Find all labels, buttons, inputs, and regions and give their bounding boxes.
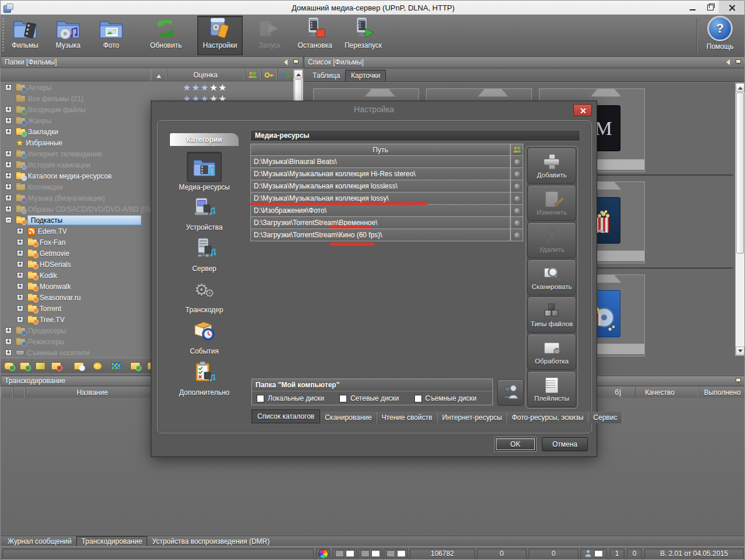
tab-dmr-devices[interactable]: Устройства воспроизведения (DMR) (147, 537, 274, 546)
expand-icon[interactable]: + (17, 239, 23, 245)
path-row[interactable]: D:\Музыка\Музыкальная коллекция lossless… (250, 180, 523, 192)
expand-icon[interactable]: + (5, 349, 12, 356)
path-column-header[interactable]: Путь (250, 144, 510, 156)
tree-item-actors[interactable]: +Актеры (1, 82, 303, 93)
category-devices[interactable]: Устройства (164, 193, 245, 234)
scroll-up-arrow[interactable] (294, 70, 303, 79)
processing-button[interactable]: ⚙Обработка (527, 334, 576, 370)
tab-internet-resources[interactable]: Интернет-ресурсы (438, 412, 508, 423)
expand-icon[interactable]: + (5, 206, 12, 212)
expand-icon[interactable]: + (17, 272, 23, 279)
column-name[interactable]: Название (24, 387, 160, 398)
pin-icon[interactable] (292, 59, 299, 66)
scan-button[interactable]: Сканировать (527, 259, 576, 295)
pin-icon[interactable] (735, 377, 742, 384)
path-row[interactable]: D:\Музыка\Музыкальная коллекция Hi-Res s… (250, 168, 523, 180)
users-column[interactable] (244, 69, 261, 81)
tab-table[interactable]: Таблица (307, 70, 345, 81)
weather-icon[interactable] (93, 362, 102, 370)
expand-icon[interactable]: + (5, 195, 12, 201)
expand-icon[interactable]: + (5, 162, 12, 168)
toolbar-music-button[interactable]: Музыка (48, 16, 88, 55)
cloud-folder-icon[interactable] (74, 362, 84, 370)
tab-cards[interactable]: Карточки (345, 70, 386, 81)
expand-icon[interactable]: + (5, 151, 12, 157)
column-blank1[interactable] (1, 387, 13, 398)
toolbar-photo-button[interactable]: Фото (91, 16, 131, 55)
category-events[interactable]: События (164, 317, 245, 358)
checkbox-icon[interactable] (414, 395, 422, 402)
checkbox-network-disks[interactable]: Сетевые диски (339, 394, 399, 402)
cancel-button[interactable]: Отмена (542, 437, 588, 451)
tab-photo-thumbnails[interactable]: Фото-ресурсы, эскизы (507, 412, 588, 423)
toolbar-restart-button[interactable]: Перезапуск (339, 16, 387, 55)
pin-icon[interactable] (735, 59, 742, 66)
expand-icon[interactable]: + (17, 294, 23, 301)
add-button[interactable]: Добавить (527, 148, 576, 184)
expand-icon[interactable]: + (5, 117, 12, 124)
expand-icon[interactable]: + (17, 283, 23, 290)
path-row[interactable]: D:\Музыка\Binaural Beats\ (250, 156, 523, 168)
sort-column[interactable] (151, 69, 167, 81)
playlists-button[interactable]: Плейлисты (527, 371, 576, 407)
collapse-icon[interactable]: − (5, 217, 12, 223)
path-row[interactable]: D:\Загрузки\TorrentStream\Кино (60 fps)\ (250, 229, 523, 241)
category-transcoder[interactable]: ⚙⚙ Транскодер (164, 276, 245, 317)
add-collection-icon[interactable] (4, 362, 14, 370)
sort-order-column[interactable] (276, 69, 294, 81)
list-scrollbar-thumb[interactable] (736, 92, 744, 254)
restore-button[interactable] (701, 1, 719, 14)
expand-icon[interactable]: + (17, 316, 23, 323)
expand-icon[interactable]: + (5, 106, 12, 113)
expand-icon[interactable]: + (5, 129, 12, 135)
toolbar-films-button[interactable]: Фильмы (5, 16, 45, 55)
checkbox-icon[interactable] (339, 395, 347, 402)
file-types-button[interactable]: Типы файлов (527, 297, 576, 333)
scroll-up-arrow[interactable] (736, 83, 744, 92)
toolbar-refresh-button[interactable]: Обновить (142, 16, 190, 55)
toolbar-help-button[interactable]: ? Помощь (699, 16, 741, 54)
tab-message-log[interactable]: Журнал сообщений (3, 537, 76, 546)
checkbox-local-disks[interactable]: Локальные диски (257, 394, 324, 402)
minimize-button[interactable] (684, 1, 701, 14)
expand-icon[interactable]: + (17, 250, 23, 256)
path-row[interactable]: D:\Загрузки\TorrentStream\Временное\ (250, 217, 523, 229)
users-access-button[interactable] (497, 379, 524, 406)
column-quality[interactable]: Качество (620, 387, 699, 398)
collapse-arrow-icon[interactable] (726, 59, 730, 65)
delete-folder-icon[interactable] (51, 362, 61, 370)
mosaic-icon[interactable] (111, 362, 121, 370)
client-checkbox[interactable] (594, 550, 603, 557)
expand-icon[interactable]: + (17, 228, 23, 234)
checkbox-icon[interactable] (257, 395, 264, 402)
toolbar-settings-button[interactable]: Настройки (197, 16, 243, 55)
expand-icon[interactable]: + (5, 173, 12, 179)
tab-transcoding[interactable]: Транскодирование (76, 536, 147, 547)
expand-icon[interactable]: + (17, 261, 23, 267)
tab-scanning[interactable]: Сканирование (320, 412, 377, 423)
add-folder-icon[interactable] (20, 362, 30, 370)
expand-icon[interactable]: + (5, 84, 12, 91)
checkbox-removable-disks[interactable]: Съемные диски (414, 394, 477, 402)
expand-icon[interactable]: + (5, 184, 12, 190)
expand-icon[interactable]: + (17, 305, 23, 312)
tab-service[interactable]: Сервис (588, 412, 622, 423)
close-button[interactable] (719, 1, 744, 14)
path-row[interactable]: D:\Изображения\Фото\ (250, 205, 523, 217)
expand-icon[interactable]: + (5, 338, 12, 345)
category-server[interactable]: Сервер (164, 234, 245, 276)
expand-icon[interactable]: + (5, 327, 12, 334)
users-column-header[interactable] (510, 144, 523, 156)
ok-button[interactable]: OK (495, 437, 536, 451)
column-blank2[interactable] (12, 387, 26, 398)
rating-column[interactable]: Оценка (166, 69, 245, 81)
tab-read-properties[interactable]: Чтение свойств (377, 412, 438, 423)
column-done[interactable]: Выполнено (698, 387, 745, 398)
dialog-close-button[interactable] (573, 104, 592, 116)
key-column[interactable] (260, 69, 278, 81)
tab-catalog-list[interactable]: Список каталогов (251, 409, 320, 423)
scroll-down-arrow[interactable] (736, 347, 744, 355)
category-advanced[interactable]: Дополнительно (164, 358, 245, 400)
category-media-resources[interactable]: Медиа-ресурсы (164, 152, 245, 193)
toolbar-stop-button[interactable]: Остановка (292, 16, 338, 55)
